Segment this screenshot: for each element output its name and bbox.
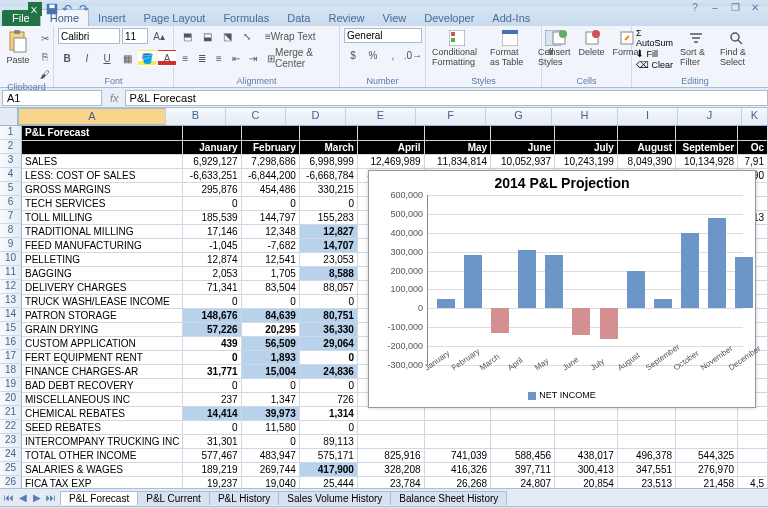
tab-nav-next-icon[interactable]: ▶ bbox=[30, 492, 44, 503]
cell[interactable]: CHEMICAL REBATES bbox=[22, 406, 183, 420]
cell[interactable]: 20,295 bbox=[241, 322, 299, 336]
row-header[interactable]: 17 bbox=[0, 350, 22, 364]
cell[interactable]: -6,668,784 bbox=[299, 168, 357, 182]
cell[interactable]: August bbox=[617, 140, 675, 154]
format-as-table-button[interactable]: Format as Table bbox=[488, 28, 532, 69]
cell[interactable]: P&L Forecast bbox=[22, 126, 183, 140]
align-bottom-icon[interactable]: ⬔ bbox=[218, 28, 236, 44]
cell[interactable]: 328,208 bbox=[357, 462, 424, 476]
cell[interactable]: 330,215 bbox=[299, 182, 357, 196]
cell[interactable]: 454,486 bbox=[241, 182, 299, 196]
cell[interactable]: 12,874 bbox=[183, 252, 241, 266]
cell[interactable]: CUSTOM APPLICATION bbox=[22, 336, 183, 350]
cell[interactable] bbox=[555, 420, 618, 434]
row-header[interactable]: 10 bbox=[0, 252, 22, 266]
row-header[interactable]: 25 bbox=[0, 462, 22, 476]
cell[interactable]: SEED REBATES bbox=[22, 420, 183, 434]
cell[interactable]: 544,325 bbox=[676, 448, 738, 462]
cell[interactable] bbox=[617, 434, 675, 448]
row-header[interactable]: 19 bbox=[0, 378, 22, 392]
cell[interactable]: 0 bbox=[183, 294, 241, 308]
cell[interactable]: DELIVERY CHARGES bbox=[22, 280, 183, 294]
cell[interactable]: 0 bbox=[241, 378, 299, 392]
row-header[interactable]: 20 bbox=[0, 392, 22, 406]
cell[interactable]: FERT EQUIPMENT RENT bbox=[22, 350, 183, 364]
cell[interactable] bbox=[676, 434, 738, 448]
cell[interactable] bbox=[555, 434, 618, 448]
close-icon[interactable]: ✕ bbox=[748, 2, 762, 16]
align-middle-icon[interactable]: ⬓ bbox=[198, 28, 216, 44]
cell[interactable]: 24,807 bbox=[491, 476, 555, 488]
cell[interactable]: 0 bbox=[299, 420, 357, 434]
row-header[interactable]: 21 bbox=[0, 406, 22, 420]
minimize-icon[interactable]: – bbox=[708, 2, 722, 16]
cell[interactable]: -6,633,251 bbox=[183, 168, 241, 182]
cell[interactable]: FINANCE CHARGES-AR bbox=[22, 364, 183, 378]
cell[interactable]: -6,844,200 bbox=[241, 168, 299, 182]
cell[interactable]: GRAIN DRYING bbox=[22, 322, 183, 336]
cell[interactable] bbox=[491, 434, 555, 448]
sheet-tab[interactable]: P&L Current bbox=[137, 491, 210, 505]
row-header[interactable]: 6 bbox=[0, 196, 22, 210]
cell[interactable]: 20,854 bbox=[555, 476, 618, 488]
cell[interactable] bbox=[357, 420, 424, 434]
row-header[interactable]: 18 bbox=[0, 364, 22, 378]
cell[interactable]: Oc bbox=[738, 140, 768, 154]
italic-icon[interactable]: I bbox=[78, 50, 96, 66]
cell[interactable]: 26,268 bbox=[424, 476, 491, 488]
border-icon[interactable]: ▦ bbox=[118, 50, 136, 66]
cell[interactable]: FEED MANUFACTURING bbox=[22, 238, 183, 252]
cell[interactable] bbox=[617, 420, 675, 434]
cell[interactable]: 276,970 bbox=[676, 462, 738, 476]
cell[interactable]: TOTAL OTHER INCOME bbox=[22, 448, 183, 462]
cell[interactable]: PATRON STORAGE bbox=[22, 308, 183, 322]
cell[interactable]: INTERCOMPANY TRUCKING INC bbox=[22, 434, 183, 448]
cell[interactable]: 8,049,390 bbox=[617, 154, 675, 168]
column-header-K[interactable]: K bbox=[742, 108, 768, 125]
cell[interactable]: 825,916 bbox=[357, 448, 424, 462]
cell[interactable]: 726 bbox=[299, 392, 357, 406]
fx-icon[interactable]: fx bbox=[104, 92, 125, 104]
cell[interactable]: 15,004 bbox=[241, 364, 299, 378]
cell[interactable]: September bbox=[676, 140, 738, 154]
cell[interactable]: 417,900 bbox=[299, 462, 357, 476]
underline-icon[interactable]: U bbox=[98, 50, 116, 66]
cell[interactable]: 19,040 bbox=[241, 476, 299, 488]
font-size-select[interactable] bbox=[122, 28, 148, 44]
cell[interactable]: 0 bbox=[183, 196, 241, 210]
cell[interactable]: 11,580 bbox=[241, 420, 299, 434]
cell[interactable]: 185,539 bbox=[183, 210, 241, 224]
cell[interactable]: TOLL MILLING bbox=[22, 210, 183, 224]
row-header[interactable]: 24 bbox=[0, 448, 22, 462]
tab-nav-prev-icon[interactable]: ◀ bbox=[16, 492, 30, 503]
cell[interactable] bbox=[617, 406, 675, 420]
row-header[interactable]: 22 bbox=[0, 420, 22, 434]
insert-cells-button[interactable]: Insert bbox=[546, 28, 573, 59]
cell[interactable]: 416,326 bbox=[424, 462, 491, 476]
cell[interactable] bbox=[491, 420, 555, 434]
cell[interactable] bbox=[555, 406, 618, 420]
cell[interactable] bbox=[357, 406, 424, 420]
cell[interactable]: 24,836 bbox=[299, 364, 357, 378]
help-icon[interactable]: ? bbox=[688, 2, 702, 16]
cell[interactable] bbox=[424, 406, 491, 420]
cell[interactable]: 0 bbox=[183, 350, 241, 364]
cell[interactable]: MISCELLANEOUS INC bbox=[22, 392, 183, 406]
number-format-select[interactable] bbox=[344, 28, 422, 43]
percent-icon[interactable]: % bbox=[364, 47, 382, 63]
row-header[interactable]: 11 bbox=[0, 266, 22, 280]
cell[interactable]: 12,827 bbox=[299, 224, 357, 238]
increase-decimal-icon[interactable]: .0→ bbox=[404, 47, 422, 63]
sheet-tab[interactable]: P&L Forecast bbox=[60, 491, 138, 505]
cell[interactable]: May bbox=[424, 140, 491, 154]
sheet-tab[interactable]: P&L History bbox=[209, 491, 279, 505]
cell[interactable]: 269,744 bbox=[241, 462, 299, 476]
cell[interactable]: 438,017 bbox=[555, 448, 618, 462]
cell[interactable] bbox=[424, 434, 491, 448]
cell[interactable] bbox=[738, 126, 768, 140]
fill-button[interactable]: ⬇ Fill bbox=[636, 49, 674, 59]
tab-insert[interactable]: Insert bbox=[89, 10, 135, 26]
cell[interactable]: 14,414 bbox=[183, 406, 241, 420]
cell[interactable]: 439 bbox=[183, 336, 241, 350]
cell[interactable]: GROSS MARGINS bbox=[22, 182, 183, 196]
